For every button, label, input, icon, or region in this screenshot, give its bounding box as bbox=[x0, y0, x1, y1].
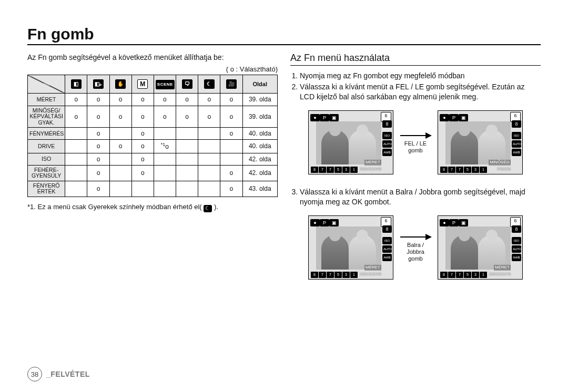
table-row: ISOoo42. olda bbox=[28, 153, 278, 165]
table-cell: o bbox=[220, 128, 242, 140]
table-cell: o bbox=[131, 106, 154, 128]
arrow-1: FEL / LE gomb bbox=[399, 131, 432, 154]
page-number: 38 bbox=[27, 367, 42, 381]
steps-list: Nyomja meg az Fn gombot egy megfelelő mó… bbox=[290, 71, 541, 102]
table-cell bbox=[176, 153, 198, 165]
right-column: Az Fn menü használata Nyomja meg az Fn g… bbox=[290, 53, 541, 367]
arrow-right-icon bbox=[399, 131, 432, 140]
svg-marker-1 bbox=[425, 132, 432, 139]
footnote: *1. Ez a menü csak Gyerekek színhely mód… bbox=[27, 202, 278, 212]
table-cell bbox=[154, 165, 176, 181]
row-label: FÉNYERŐ ÉRTÉK bbox=[28, 181, 65, 197]
table-corner bbox=[28, 75, 65, 94]
table-cell bbox=[65, 181, 87, 197]
table-cell bbox=[198, 181, 220, 197]
page-cell: 42. olda bbox=[242, 165, 278, 181]
table-cell bbox=[109, 128, 131, 140]
table-cell: o bbox=[87, 106, 109, 128]
table-cell bbox=[154, 181, 176, 197]
mode-icon-dis: ✋ bbox=[109, 75, 131, 94]
night-crescent-icon: ☾ bbox=[204, 79, 215, 89]
table-cell: o bbox=[220, 106, 242, 128]
table-cell: o bbox=[131, 94, 154, 106]
step-1: Nyomja meg az Fn gombot egy megfelelő mó… bbox=[300, 71, 541, 81]
table-row: MINŐSÉG/ KÉPVÁLTÁSI GYAK.oooooooo39. old… bbox=[28, 106, 278, 128]
table-cell: *1o bbox=[154, 140, 176, 153]
table-cell bbox=[65, 140, 87, 153]
svg-marker-3 bbox=[425, 234, 432, 240]
page-cell: 39. olda bbox=[242, 106, 278, 128]
mode-icon-guide: 🗨 bbox=[176, 75, 198, 94]
table-cell: o bbox=[87, 140, 109, 153]
table-cell bbox=[154, 153, 176, 165]
table-cell: o bbox=[109, 140, 131, 153]
row-label: DRIVE bbox=[28, 140, 65, 153]
footnote-prefix: *1. Ez a menü csak Gyerekek színhely mód… bbox=[27, 203, 204, 211]
camera-icon: ◧ bbox=[71, 79, 82, 89]
right-heading: Az Fn menü használata bbox=[290, 51, 541, 66]
table-cell bbox=[198, 165, 220, 181]
footnote-suffix: ). bbox=[212, 203, 218, 211]
left-column: Az Fn gomb segítségével a következő menü… bbox=[27, 53, 278, 367]
fn-table: ◧ ◧ₚ ✋ M SCENE 🗨 ☾ 🎥 Oldal MÉREToooooooo… bbox=[27, 75, 278, 197]
mode-icon-auto: ◧ bbox=[65, 75, 87, 94]
table-cell: o bbox=[176, 106, 198, 128]
table-cell: o bbox=[176, 94, 198, 106]
steps-list-2: Válassza ki a kívánt menüt a Balra / Job… bbox=[290, 187, 541, 207]
table-cell: o bbox=[87, 153, 109, 165]
table-cell bbox=[176, 165, 198, 181]
row-label: FÉNYMÉRÉS bbox=[28, 128, 65, 140]
page-cell: 43. olda bbox=[242, 181, 278, 197]
lcd-1a: ●P▣68ISOAUTOAWB877531MÉRET3264X2448 bbox=[308, 110, 393, 174]
table-cell bbox=[198, 153, 220, 165]
table-cell: o bbox=[109, 94, 131, 106]
figure-row-2: ●P▣68ISOAUTOAWB877531MÉRET3264X2448 Balr… bbox=[290, 215, 541, 280]
row-label: ISO bbox=[28, 153, 65, 165]
row-label: FEHÉRE- GYENSÚLY bbox=[28, 165, 65, 181]
table-cell bbox=[65, 153, 87, 165]
night-icon: ☾ bbox=[204, 205, 212, 212]
table-cell: o bbox=[131, 153, 154, 165]
page-cell: 40. olda bbox=[242, 140, 278, 153]
table-cell: o bbox=[65, 106, 87, 128]
table-cell bbox=[198, 140, 220, 153]
table-cell: o bbox=[154, 94, 176, 106]
table-cell: o bbox=[87, 128, 109, 140]
row-label: MINŐSÉG/ KÉPVÁLTÁSI GYAK. bbox=[28, 106, 65, 128]
table-cell: o bbox=[109, 106, 131, 128]
page-cell: 40. olda bbox=[242, 128, 278, 140]
lcd-2b: ●P▣68ISOAUTOAWB877531MÉRET3264X2176 bbox=[438, 215, 523, 280]
table-cell bbox=[65, 165, 87, 181]
table-cell bbox=[131, 181, 154, 197]
table-cell: o bbox=[220, 181, 242, 197]
m-icon: M bbox=[137, 79, 148, 89]
arrow-2-label: Balra / Jobbra gomb bbox=[407, 242, 424, 263]
table-cell bbox=[176, 128, 198, 140]
table-cell bbox=[220, 153, 242, 165]
table-cell: o bbox=[87, 165, 109, 181]
page-col-header: Oldal bbox=[242, 75, 278, 94]
intro-text: Az Fn gomb segítségével a következő menü… bbox=[27, 53, 278, 63]
table-cell: o bbox=[87, 181, 109, 197]
table-cell: o bbox=[87, 94, 109, 106]
table-cell bbox=[198, 128, 220, 140]
arrow-2: Balra / Jobbra gomb bbox=[399, 232, 432, 263]
table-cell bbox=[65, 128, 87, 140]
table-cell: o bbox=[220, 94, 242, 106]
figure-row-1: ●P▣68ISOAUTOAWB877531MÉRET3264X2448 FEL … bbox=[290, 110, 541, 174]
mode-icon-night: ☾ bbox=[198, 75, 220, 94]
table-row: DRIVEooo*1o40. olda bbox=[28, 140, 278, 153]
table-cell: o bbox=[220, 165, 242, 181]
page-cell: 39. olda bbox=[242, 94, 278, 106]
table-cell bbox=[220, 140, 242, 153]
lcd-2a: ●P▣68ISOAUTOAWB877531MÉRET3264X2448 bbox=[308, 215, 393, 280]
page-section: _FELVÉTEL bbox=[46, 370, 90, 378]
table-cell: o bbox=[198, 94, 220, 106]
movie-icon: 🎥 bbox=[226, 79, 237, 89]
table-cell bbox=[176, 140, 198, 153]
table-cell: o bbox=[131, 165, 154, 181]
arrow-1-label: FEL / LE gomb bbox=[404, 140, 427, 154]
table-row: MÉREToooooooo39. olda bbox=[28, 94, 278, 106]
table-row: FÉNYERŐ ÉRTÉKoo43. olda bbox=[28, 181, 278, 197]
scene-icon: SCENE bbox=[156, 80, 175, 89]
